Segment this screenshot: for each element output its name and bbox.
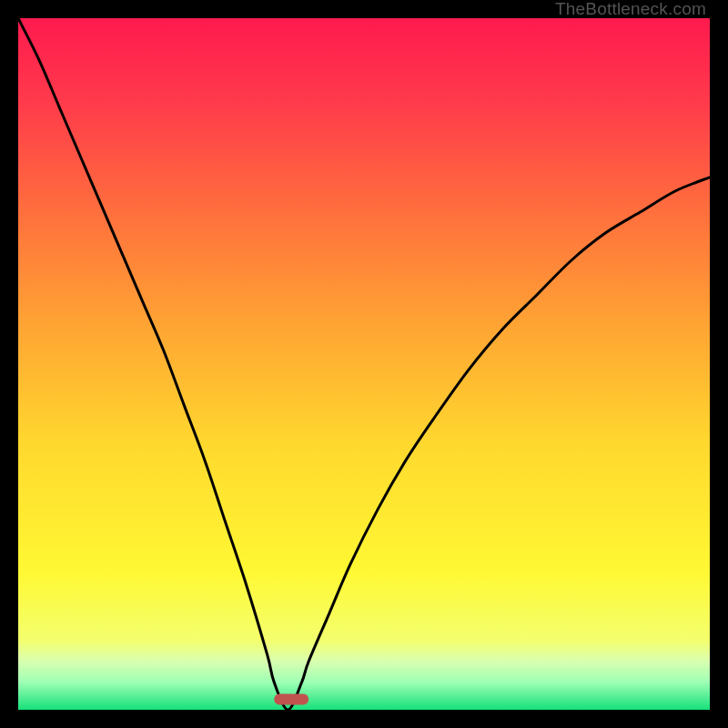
optimum-marker bbox=[274, 694, 308, 705]
watermark-text: TheBottleneck.com bbox=[555, 0, 706, 18]
gradient-background bbox=[18, 18, 710, 710]
chart-svg bbox=[18, 18, 710, 710]
chart-frame bbox=[18, 18, 710, 710]
